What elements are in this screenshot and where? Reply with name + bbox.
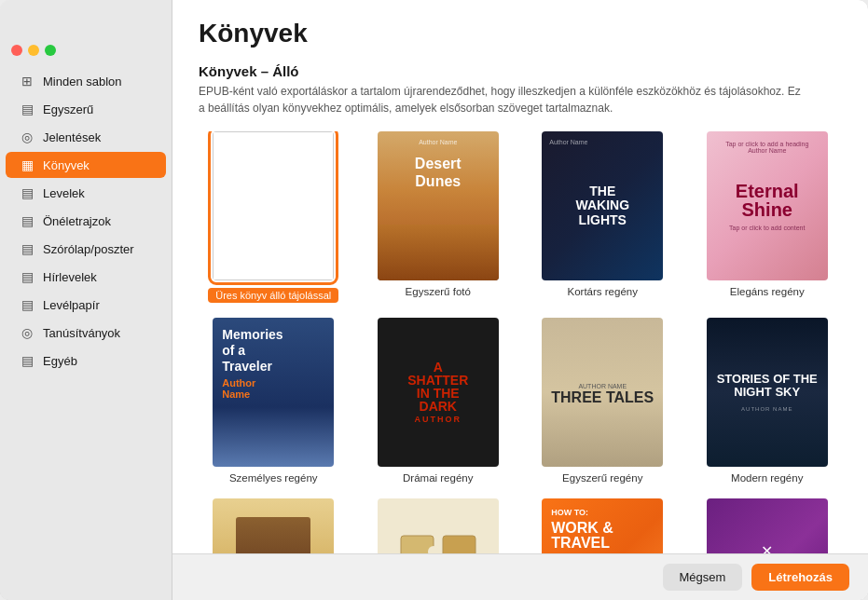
page-title: Könyvek [199, 19, 842, 48]
shine-title: EternalShine [736, 182, 799, 219]
desert-label: Egyszerű fotó [406, 286, 471, 297]
cert-icon: ◎ [19, 325, 35, 340]
template-puzzle[interactable] [364, 498, 514, 553]
template-shatter[interactable]: ASHATTERIN THEDARK AUTHOR Drámai regény [364, 318, 514, 484]
shine-sub: Tap or click to add content [729, 225, 805, 231]
main-header: Könyvek Könyvek – Álló EPUB-ként való ex… [172, 0, 868, 131]
person-icon: ▤ [19, 213, 35, 228]
template-waking[interactable]: Author Name THEWAKINGLIGHTS Kortárs regé… [528, 131, 678, 303]
sidebar-item-minden[interactable]: ⊞ Minden sablon [6, 68, 166, 94]
sidebar-item-label: Levélpapír [43, 298, 100, 312]
three-title: THREE TALES [551, 389, 654, 406]
template-blank[interactable]: Üres könyv álló tájolással [199, 131, 349, 303]
section-desc: EPUB-ként való exportáláskor a tartalom … [199, 83, 805, 116]
waking-label: Kortárs regény [568, 286, 638, 297]
footer: Mégsem Létrehozás [172, 553, 868, 600]
blank-cover [213, 131, 334, 280]
shatter-author: AUTHOR [415, 415, 462, 424]
paper-icon: ▤ [19, 297, 35, 312]
shine-cover: Tap or click to add a headingAuthor Name… [707, 131, 828, 280]
sidebar-item-label: Egyéb [43, 354, 77, 368]
template-stories[interactable]: STORIES OF THE NIGHT SKY AUTHOR NAME Mod… [693, 318, 843, 484]
template-memories[interactable]: Memoriesof aTraveler AuthorName Személye… [199, 318, 349, 484]
stories-label: Modern regény [731, 472, 803, 484]
misc-icon: ▤ [19, 353, 35, 368]
desert-title: DesertDunes [415, 155, 462, 190]
three-author: AUTHOR NAME [578, 383, 627, 389]
waking-title: THEWAKINGLIGHTS [575, 184, 629, 227]
template-grid: Üres könyv álló tájolással Author Name D… [199, 131, 842, 553]
create-button[interactable]: Létrehozás [751, 564, 849, 591]
template-work[interactable]: HOW TO: WORK &TRAVEL [528, 498, 678, 553]
sidebar-item-jelentesek[interactable]: ◎ Jelentések [6, 124, 166, 150]
sidebar-item-label: Egyszerű [43, 102, 93, 116]
memories-label: Személyes regény [229, 472, 318, 484]
desert-cover: Author Name DesertDunes [378, 131, 499, 280]
shine-label: Elegáns regény [730, 286, 805, 297]
letter-icon: ▤ [19, 185, 35, 200]
sidebar-item-label: Levelek [43, 186, 85, 200]
template-shine[interactable]: Tap or click to add a headingAuthor Name… [693, 131, 843, 303]
sidebar-item-label: Minden sablon [43, 75, 122, 89]
flyer-icon: ▤ [19, 241, 35, 256]
minimize-button[interactable] [28, 45, 39, 56]
memories-title: Memoriesof aTraveler [222, 327, 324, 374]
sidebar-item-label: Könyvek [43, 158, 90, 172]
work-how: HOW TO: [551, 508, 654, 517]
sidebar-item-levelek[interactable]: ▤ Levelek [6, 180, 166, 206]
sidebar-item-label: Szórólap/poszter [43, 242, 134, 256]
sidebar-item-label: Tanúsítványok [43, 326, 120, 340]
news-icon: ▤ [19, 269, 35, 284]
chemistry-cover: ✕ AUTHOR NAME APPLIED CHEMISTRY FIRST ED… [707, 498, 828, 553]
shine-author-top: Tap or click to add a headingAuthor Name [714, 141, 820, 154]
template-three[interactable]: AUTHOR NAME THREE TALES Egyszerű regény [528, 318, 678, 484]
seasons-cover: TheSeasonsof Paris [213, 498, 334, 553]
work-title: WORK &TRAVEL [551, 521, 654, 551]
waking-author: Author Name [549, 139, 587, 145]
grid-icon: ⊞ [19, 74, 35, 89]
book-icon: ▦ [19, 157, 35, 172]
template-chemistry[interactable]: ✕ AUTHOR NAME APPLIED CHEMISTRY FIRST ED… [693, 498, 843, 553]
sidebar-item-tanusitvanyok[interactable]: ◎ Tanúsítványok [6, 320, 166, 346]
sidebar: ⊞ Minden sablon ▤ Egyszerű ◎ Jelentések … [0, 0, 172, 600]
shatter-label: Drámai regény [403, 472, 473, 484]
cancel-button[interactable]: Mégsem [663, 564, 743, 591]
template-desert[interactable]: Author Name DesertDunes Egyszerű fotó [364, 131, 514, 303]
sidebar-item-hirlevelek[interactable]: ▤ Hírlevelek [6, 264, 166, 290]
maximize-button[interactable] [45, 45, 56, 56]
sidebar-item-egyszeru[interactable]: ▤ Egyszerű [6, 96, 166, 122]
memories-cover: Memoriesof aTraveler AuthorName [213, 318, 334, 467]
sidebar-item-konyvek[interactable]: ▦ Könyvek [6, 152, 166, 178]
template-seasons[interactable]: TheSeasonsof Paris [199, 498, 349, 553]
sidebar-item-oneletrajzok[interactable]: ▤ Önéletrajzok [6, 208, 166, 234]
chart-icon: ◎ [19, 130, 35, 144]
titlebar [0, 37, 172, 63]
waking-cover: Author Name THEWAKINGLIGHTS [542, 131, 663, 280]
memories-author: AuthorName [222, 377, 324, 400]
section-title: Könyvek – Álló [199, 63, 842, 79]
sidebar-item-label: Jelentések [43, 130, 101, 144]
puzzle-cover [378, 498, 499, 553]
desert-author-top: Author Name [419, 139, 457, 145]
shatter-title: ASHATTERIN THEDARK [407, 361, 468, 413]
stories-title: STORIES OF THE NIGHT SKY [716, 373, 819, 400]
list-icon: ▤ [19, 102, 35, 116]
sidebar-item-label: Hírlevelek [43, 270, 97, 284]
stories-author: AUTHOR NAME [741, 406, 792, 412]
sidebar-item-egyeb[interactable]: ▤ Egyéb [6, 348, 166, 374]
three-label: Egyszerű regény [562, 472, 642, 484]
work-cover: HOW TO: WORK &TRAVEL [542, 498, 663, 553]
three-cover: AUTHOR NAME THREE TALES [542, 318, 663, 467]
sidebar-item-levelpapir[interactable]: ▤ Levélpapír [6, 292, 166, 318]
svg-rect-1 [443, 536, 475, 553]
close-button[interactable] [11, 45, 22, 56]
stories-cover: STORIES OF THE NIGHT SKY AUTHOR NAME [707, 318, 828, 467]
main-content: Könyvek Könyvek – Álló EPUB-ként való ex… [172, 0, 868, 600]
sidebar-item-szorolap[interactable]: ▤ Szórólap/poszter [6, 236, 166, 262]
template-grid-area: Üres könyv álló tájolással Author Name D… [172, 131, 868, 553]
blank-selected-label: Üres könyv álló tájolással [208, 288, 338, 303]
shatter-cover: ASHATTERIN THEDARK AUTHOR [378, 318, 499, 467]
sidebar-item-label: Önéletrajzok [43, 214, 111, 228]
